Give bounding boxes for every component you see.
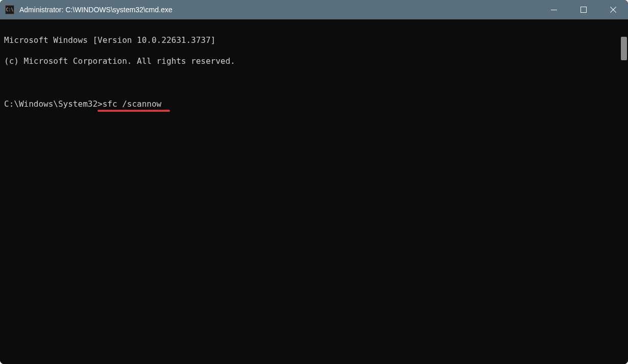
blank-line [4, 78, 624, 88]
maximize-icon [581, 7, 587, 13]
copyright-line: (c) Microsoft Corporation. All rights re… [4, 56, 624, 67]
scrollbar-track[interactable] [619, 19, 628, 364]
terminal-output[interactable]: Microsoft Windows [Version 10.0.22631.37… [0, 19, 628, 364]
window-controls [539, 0, 628, 19]
prompt-line: C:\Windows\System32>sfc /scannow [4, 99, 624, 110]
close-button[interactable] [598, 0, 628, 19]
minimize-icon [551, 10, 557, 10]
prompt-path: C:\Windows\System32> [4, 99, 103, 109]
titlebar[interactable]: C:\ Administrator: C:\WINDOWS\system32\c… [0, 0, 628, 19]
scrollbar-thumb[interactable] [621, 37, 627, 60]
annotation-underline [98, 110, 170, 112]
cmd-icon: C:\ [5, 5, 14, 14]
close-icon [610, 6, 617, 13]
version-line: Microsoft Windows [Version 10.0.22631.37… [4, 35, 624, 46]
command-input[interactable]: sfc /scannow [103, 99, 162, 109]
window-frame: C:\ Administrator: C:\WINDOWS\system32\c… [0, 0, 628, 364]
minimize-button[interactable] [539, 0, 569, 19]
maximize-button[interactable] [569, 0, 598, 19]
window-title: Administrator: C:\WINDOWS\system32\cmd.e… [19, 6, 539, 14]
